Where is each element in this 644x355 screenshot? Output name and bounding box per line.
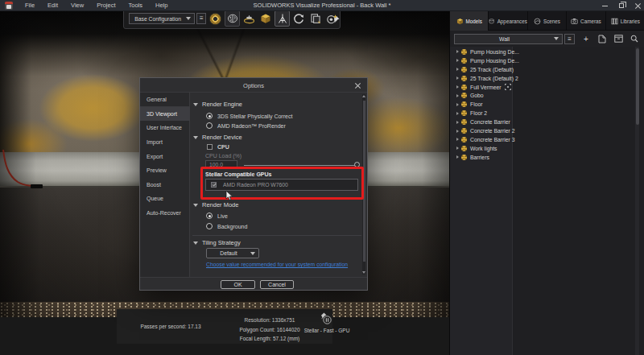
menu-view[interactable]: View (64, 0, 90, 11)
scenes-icon (534, 18, 541, 25)
options-nav-export[interactable]: Export (140, 149, 190, 163)
tree-item-work-lights[interactable]: Work lights (450, 144, 513, 153)
menu-help[interactable]: Help (149, 0, 174, 11)
options-dialog-titlebar[interactable]: Options (140, 78, 367, 93)
options-nav-auto-recover[interactable]: Auto-Recover (140, 206, 190, 221)
tab-appearances[interactable]: Appearances (489, 11, 527, 31)
radio-off-icon[interactable] (206, 122, 213, 129)
cpu-load-slider[interactable] (244, 165, 358, 166)
radio-on-icon[interactable] (206, 213, 213, 219)
status-pin-icon[interactable] (320, 312, 327, 320)
section-render-mode[interactable]: Render Mode (193, 201, 238, 208)
expand-icon[interactable] (456, 147, 459, 150)
panel-scrollbar[interactable] (635, 47, 639, 355)
tree-item-floor[interactable]: Floor (450, 100, 513, 109)
tree-item-gobo[interactable]: Gobo (450, 92, 513, 101)
turntable-button[interactable] (242, 10, 257, 27)
tab-libraries[interactable]: Libraries (606, 11, 644, 31)
configuration-menu-button[interactable]: ≡ (196, 13, 206, 24)
menu-project[interactable]: Project (90, 0, 122, 11)
status-render-mode: Stellar - Fast - GPU (292, 328, 361, 333)
section-tiling-strategy[interactable]: Tiling Strategy (193, 239, 241, 246)
expand-icon[interactable] (456, 130, 459, 133)
tree-item-25-track[interactable]: 25 Track (Default) (450, 65, 513, 74)
expand-icon[interactable] (456, 121, 459, 124)
tab-models[interactable]: Models (450, 11, 489, 31)
tree-item-barriers[interactable]: Barriers (450, 153, 513, 162)
add-model-button[interactable]: + (581, 34, 591, 44)
tree-item-pump-housing-2[interactable]: Pump Housing De... (450, 56, 513, 65)
scene-red-wire (0, 150, 40, 198)
options-nav-queue[interactable]: Queue (140, 192, 190, 206)
radio-background[interactable]: Background (206, 223, 247, 229)
configuration-select[interactable]: Base Configuration (129, 13, 195, 24)
expand-icon[interactable] (456, 76, 459, 80)
radio-stellar[interactable]: 3DS Stellar Physically Correct (206, 113, 292, 119)
options-nav-boost[interactable]: Boost (140, 178, 190, 192)
library-save-button[interactable] (613, 34, 623, 44)
expand-icon[interactable] (456, 50, 459, 53)
options-nav-import[interactable]: Import (140, 135, 190, 150)
recommended-config-link[interactable]: Choose value recommended for your system… (206, 262, 348, 267)
dialog-scrollbar[interactable] (362, 94, 365, 275)
panel-scrollbar-thumb[interactable] (636, 48, 639, 125)
palette-menu-button[interactable]: ≡ (564, 34, 575, 44)
expand-icon[interactable] (456, 103, 459, 106)
tripod-button[interactable] (275, 10, 290, 27)
radio-prorender[interactable]: AMD Radeon™ ProRender (206, 122, 286, 129)
tree-item-concrete-barrier-3[interactable]: Concrete Barrier 3 (450, 135, 513, 144)
tree-item-concrete-barrier[interactable]: Concrete Barrier (450, 118, 513, 126)
panel-toolbar: Wall ≡ + (450, 31, 644, 47)
tree-item-concrete-barrier-2[interactable]: Concrete Barrier 2 (450, 126, 513, 135)
tab-scenes[interactable]: Scenes (528, 11, 567, 31)
tab-cameras[interactable]: Cameras (567, 11, 605, 31)
checkbox-cpu[interactable]: CPU (207, 144, 229, 150)
expand-icon[interactable] (456, 85, 459, 89)
options-nav-user-interface[interactable]: User Interface (140, 121, 190, 135)
cpu-load-input[interactable]: 100.0 (205, 160, 237, 169)
tiling-strategy-select[interactable]: Default (206, 248, 259, 258)
section-render-engine[interactable]: Render Engine (193, 101, 242, 108)
gpu-list-item[interactable]: AMD Radeon PRO W7600 (205, 179, 358, 191)
denoiser-button[interactable] (225, 10, 240, 27)
expand-icon[interactable] (456, 112, 459, 115)
palette-select[interactable]: Wall (454, 34, 563, 44)
radio-on-icon[interactable] (206, 113, 213, 119)
options-nav-preview[interactable]: Preview (140, 163, 190, 178)
tree-item-pump-housing-1[interactable]: Pump Housing De... (450, 47, 513, 56)
menu-edit[interactable]: Edit (41, 0, 64, 11)
cancel-button[interactable]: Cancel (260, 280, 294, 289)
options-nav-general[interactable]: General (140, 93, 190, 107)
search-button[interactable] (630, 34, 639, 44)
cpu-load-slider-handle[interactable] (354, 162, 360, 167)
checkbox-off-icon[interactable] (207, 144, 213, 150)
expand-icon[interactable] (456, 94, 459, 97)
ok-button[interactable]: OK (221, 280, 255, 289)
minimize-icon[interactable] (602, 6, 608, 6)
model-cube-button[interactable] (258, 10, 274, 27)
radio-off-icon[interactable] (206, 223, 213, 229)
options-nav-3d-viewport[interactable]: 3D Viewport (140, 107, 190, 122)
dialog-scrollbar-thumb[interactable] (363, 101, 365, 262)
toolbar-pin-icon[interactable] (333, 16, 340, 23)
scroll-down-icon[interactable] (362, 271, 365, 274)
expand-icon[interactable] (456, 59, 459, 62)
expand-icon[interactable] (456, 68, 459, 71)
menu-tools[interactable]: Tools (122, 0, 150, 11)
close-icon[interactable] (354, 82, 361, 89)
expand-icon[interactable] (456, 138, 459, 141)
tree-item-full-vermeer[interactable]: Full Vermeer (450, 83, 513, 92)
tree-item-25-track-2[interactable]: 25 Track (Default) 2 (450, 74, 513, 83)
radio-live[interactable]: Live (206, 213, 228, 219)
clipboard-button[interactable] (308, 10, 324, 27)
appearance-ring-button[interactable] (208, 10, 223, 27)
expand-icon[interactable] (456, 155, 459, 159)
section-render-device[interactable]: Render Device (193, 134, 242, 141)
tree-item-floor-2[interactable]: Floor 2 (450, 109, 513, 118)
restore-icon[interactable] (619, 3, 624, 8)
scroll-up-icon[interactable] (362, 95, 365, 97)
close-icon[interactable] (635, 3, 641, 9)
menu-file[interactable]: File (19, 0, 41, 11)
export-button[interactable] (597, 34, 607, 44)
reset-rotate-button[interactable] (291, 10, 307, 27)
